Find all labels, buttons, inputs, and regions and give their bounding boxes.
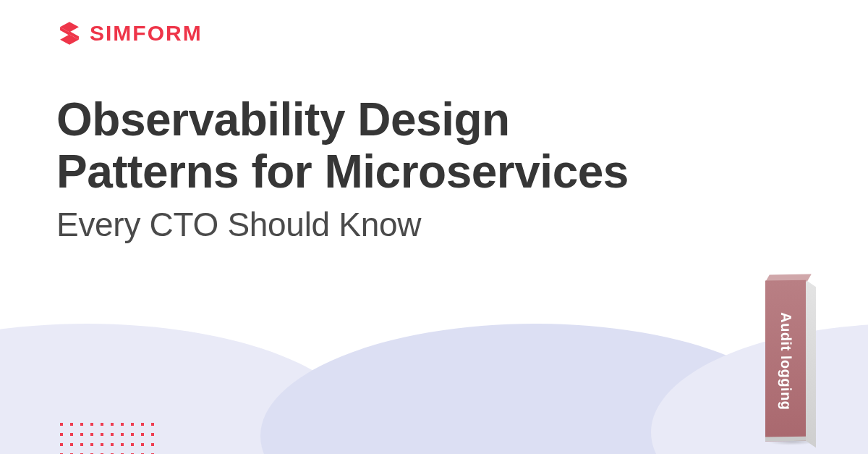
wave-shape [651,324,868,454]
brand-logo: SIMFORM [56,20,203,46]
title-underlined-word: Microservices [324,146,628,198]
brand-name: SIMFORM [90,21,203,46]
block-label-wrap: Audit logging [765,289,806,434]
wave-shape [0,324,362,454]
block-label-text: Audit logging [778,312,794,411]
subtitle: Every CTO Should Know [56,205,780,244]
banner-canvas: SIMFORM Observability Design Patterns fo… [0,0,868,454]
wave-shape [260,324,810,454]
title-line-2-prefix: Patterns for [56,146,324,198]
block-base [765,437,806,442]
headline-block: Observability Design Patterns for Micros… [56,94,780,244]
block-side-face [806,280,816,448]
title-line-1: Observability Design [56,94,780,146]
dot-grid-decoration [56,419,158,454]
brand-logo-icon [56,20,82,46]
audit-logging-block: Audit logging [765,274,816,441]
title-line-2: Patterns for Microservices [56,146,780,198]
